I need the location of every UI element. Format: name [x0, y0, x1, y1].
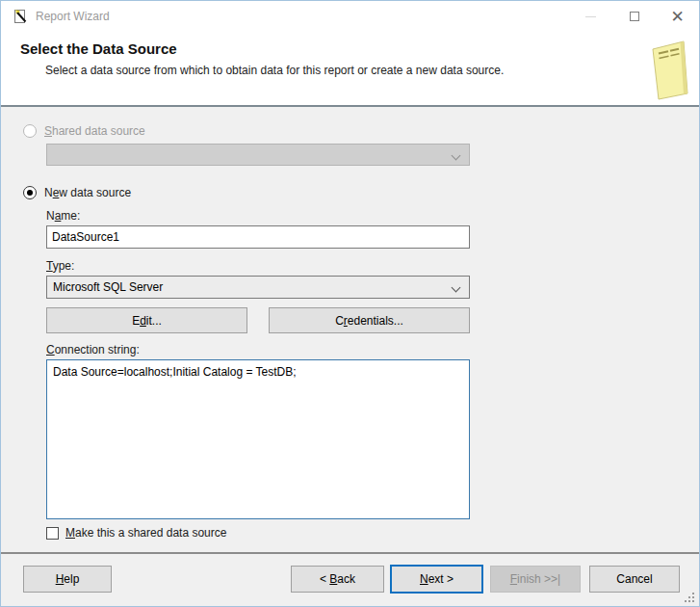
maximize-button[interactable]	[612, 1, 656, 32]
titlebar[interactable]: Report Wizard ✕	[1, 1, 699, 32]
back-button[interactable]: < Back	[291, 566, 384, 593]
page-title: Select the Data Source	[20, 40, 177, 57]
new-data-source-radio[interactable]	[23, 186, 37, 199]
name-input[interactable]	[46, 225, 470, 249]
close-icon: ✕	[670, 9, 684, 25]
shared-data-source-dropdown	[46, 144, 470, 166]
wizard-body: Shared data source New data source Name:…	[1, 109, 699, 552]
shared-data-source-label: Shared data source	[44, 124, 145, 138]
resize-grip[interactable]	[683, 591, 696, 604]
report-wizard-icon	[13, 9, 28, 24]
chevron-down-icon	[452, 151, 461, 161]
connection-string-label: Connection string:	[46, 343, 140, 356]
cancel-button[interactable]: Cancel	[589, 566, 680, 593]
make-shared-label[interactable]: Make this a shared data source	[65, 526, 226, 540]
finish-button: Finish >>|	[490, 566, 581, 593]
credentials-button[interactable]: Credentials...	[269, 307, 470, 333]
close-button[interactable]: ✕	[656, 1, 699, 32]
name-label: Name:	[46, 209, 80, 223]
maximize-icon	[630, 12, 639, 21]
minimize-button	[569, 1, 612, 32]
type-label: Type:	[46, 259, 74, 273]
type-dropdown[interactable]: Microsoft SQL Server	[46, 276, 470, 299]
wizard-header: Select the Data Source Select a data sou…	[1, 32, 699, 107]
next-button[interactable]: Next >	[390, 565, 483, 594]
help-button[interactable]: Help	[23, 566, 112, 593]
shared-data-source-radio	[23, 124, 37, 138]
window-title: Report Wizard	[36, 10, 110, 23]
footer-divider	[1, 552, 699, 554]
report-wizard-dialog: Report Wizard ✕ Select the Data Source S…	[0, 0, 700, 607]
edit-button[interactable]: Edit...	[46, 307, 247, 333]
minimize-icon	[585, 16, 596, 17]
make-shared-checkbox[interactable]	[46, 527, 59, 540]
type-dropdown-value: Microsoft SQL Server	[53, 280, 163, 294]
chevron-down-icon	[452, 283, 461, 293]
connection-string-textarea[interactable]: Data Source=localhost;Initial Catalog = …	[46, 359, 470, 519]
new-data-source-label[interactable]: New data source	[44, 186, 131, 199]
page-subtitle: Select a data source from which to obtai…	[45, 64, 504, 77]
report-document-icon	[639, 38, 697, 101]
